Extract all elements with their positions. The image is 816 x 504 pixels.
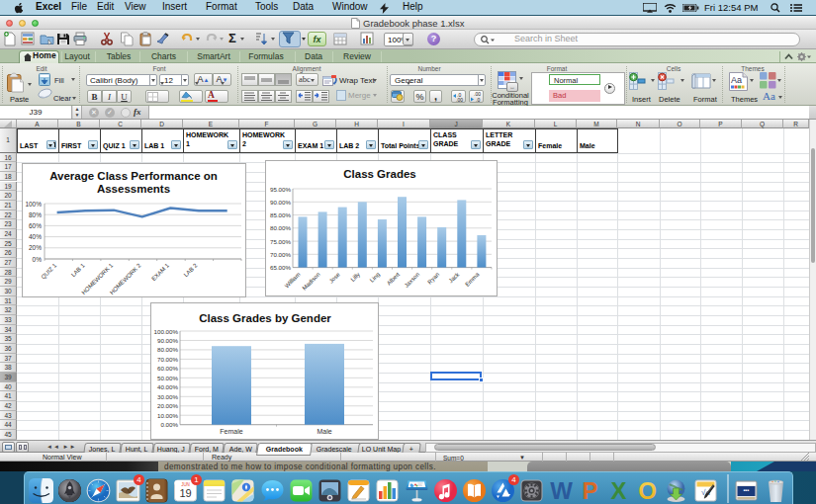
svg-text:Aa: Aa: [731, 75, 742, 85]
svg-text:60%: 60%: [29, 222, 42, 229]
svg-text:50.00%: 50.00%: [157, 375, 178, 381]
svg-text:X: X: [610, 478, 626, 503]
svg-text:Assessments: Assessments: [97, 183, 170, 195]
svg-text:65.00%: 65.00%: [270, 264, 291, 271]
svg-text:0%: 0%: [33, 256, 43, 263]
svg-text:W: W: [550, 478, 573, 503]
svg-text:30.00%: 30.00%: [157, 393, 178, 400]
svg-text:Average Class Performance on: Average Class Performance on: [49, 170, 218, 182]
svg-text:40.00%: 40.00%: [157, 383, 178, 390]
svg-text:80.00%: 80.00%: [270, 224, 291, 231]
svg-text:10.00%: 10.00%: [157, 412, 178, 419]
svg-text:40%: 40%: [29, 233, 42, 240]
svg-text:O: O: [638, 478, 657, 503]
svg-text:.0: .0: [476, 96, 480, 102]
svg-text:Class Grades by Gender: Class Grades by Gender: [199, 312, 331, 324]
svg-text:70.00%: 70.00%: [270, 251, 291, 258]
svg-text:20.00%: 20.00%: [157, 402, 178, 409]
svg-text:.00: .00: [456, 96, 463, 102]
svg-text:Class Grades: Class Grades: [343, 168, 416, 180]
svg-text:75.00%: 75.00%: [270, 238, 291, 245]
svg-text:■■■: ■■■: [744, 488, 750, 492]
svg-text:Female: Female: [220, 428, 242, 435]
svg-text:19: 19: [179, 487, 191, 499]
svg-text:85.00%: 85.00%: [270, 211, 291, 218]
svg-text:80.00%: 80.00%: [157, 346, 178, 353]
svg-text:70.00%: 70.00%: [157, 356, 178, 363]
svg-text:0.00%: 0.00%: [160, 421, 178, 428]
svg-text:Male: Male: [317, 428, 331, 435]
svg-text:80%: 80%: [29, 211, 42, 218]
svg-text:90.00%: 90.00%: [157, 337, 178, 344]
svg-text:90.00%: 90.00%: [270, 199, 291, 206]
svg-text:60.00%: 60.00%: [157, 365, 178, 372]
svg-text:P: P: [582, 478, 597, 503]
svg-text:JUN: JUN: [181, 482, 190, 487]
svg-text:20%: 20%: [29, 244, 42, 251]
svg-text:95.00%: 95.00%: [270, 186, 291, 193]
svg-text:100.00%: 100.00%: [154, 328, 179, 335]
svg-text:100%: 100%: [25, 201, 42, 208]
